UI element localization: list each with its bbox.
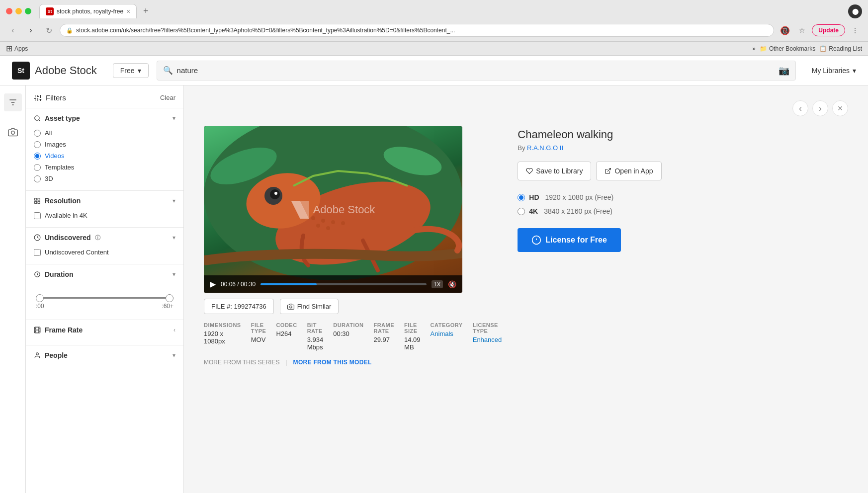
chevron-down-icon: ▾ bbox=[173, 197, 175, 204]
address-bar[interactable]: 🔒 stock.adobe.com/uk/search/free?filters… bbox=[60, 24, 774, 37]
libraries-label: My Libraries bbox=[812, 67, 850, 75]
reading-list[interactable]: 📋 Reading List bbox=[819, 45, 862, 52]
mute-btn[interactable]: 🔇 bbox=[448, 280, 456, 288]
hd-resolution-option[interactable]: HD 1920 x 1080 px (Free) bbox=[518, 190, 848, 204]
filters-icon[interactable] bbox=[4, 93, 22, 111]
file-id-value: 199274736 bbox=[234, 303, 266, 310]
other-bookmarks[interactable]: 📁 Other Bookmarks bbox=[760, 45, 815, 52]
search-input[interactable] bbox=[177, 66, 775, 75]
svg-point-35 bbox=[274, 192, 277, 195]
dropdown-label: Free bbox=[120, 67, 135, 75]
detail-nav: ‹ › × bbox=[204, 100, 848, 116]
filter-option-templates[interactable]: Templates bbox=[34, 162, 175, 173]
next-asset-btn[interactable]: › bbox=[812, 100, 828, 116]
svg-point-3 bbox=[11, 131, 14, 135]
chevron-down-icon: ▾ bbox=[173, 271, 175, 278]
chevron-down-icon: ▾ bbox=[173, 352, 175, 359]
close-detail-btn[interactable]: × bbox=[832, 100, 848, 116]
play-pause-btn[interactable]: ▶ bbox=[210, 279, 216, 289]
license-for-free-btn[interactable]: License for Free bbox=[518, 228, 621, 252]
profile-icon[interactable]: ⬤ bbox=[848, 4, 862, 18]
frame-rate-toggle[interactable]: Frame Rate ‹ bbox=[34, 326, 175, 334]
svg-line-14 bbox=[39, 120, 40, 121]
meta-bit-rate: BIT RATE 3.934 Mbps bbox=[307, 322, 324, 351]
detail-content: Adobe Stock ▶ 00:06 / 00:30 1X 🔇 bbox=[204, 126, 848, 366]
bookmarks-more[interactable]: » bbox=[752, 45, 756, 52]
slider-right-thumb[interactable] bbox=[166, 294, 174, 302]
maximize-window-btn[interactable] bbox=[25, 8, 31, 14]
license-type-value[interactable]: Enhanced bbox=[473, 336, 502, 343]
author-link[interactable]: R.A.N.G.O II bbox=[527, 144, 563, 152]
tab-close-btn[interactable]: × bbox=[126, 7, 130, 15]
slider-min-label: :00 bbox=[36, 303, 44, 310]
asset-type-section: Asset type ▾ All Images Videos Templates bbox=[26, 108, 183, 190]
filter-option-4k[interactable]: Available in 4K bbox=[34, 210, 175, 221]
category-value[interactable]: Animals bbox=[431, 330, 463, 337]
video-player[interactable]: Adobe Stock ▶ 00:06 / 00:30 1X 🔇 bbox=[204, 126, 462, 293]
codec-value: H264 bbox=[276, 330, 297, 337]
chevron-down-icon: ▾ bbox=[173, 234, 175, 241]
prev-asset-btn[interactable]: ‹ bbox=[792, 100, 808, 116]
save-label: Save to Library bbox=[536, 167, 583, 175]
svg-point-39 bbox=[341, 221, 345, 225]
close-window-btn[interactable] bbox=[6, 8, 12, 14]
dimensions-label: DIMENSIONS bbox=[204, 322, 241, 328]
apps-bookmark[interactable]: ⊞ Apps bbox=[6, 44, 28, 53]
file-id-btn[interactable]: FILE #: 199274736 bbox=[204, 299, 274, 314]
more-from-model-link[interactable]: MORE FROM THIS MODEL bbox=[293, 359, 372, 366]
camera-icon[interactable] bbox=[4, 123, 22, 141]
camera-search-icon[interactable]: 📷 bbox=[779, 65, 789, 76]
duration-slider: :00 :60+ bbox=[34, 283, 175, 314]
undiscovered-toggle[interactable]: Undiscovered ⓘ ▾ bbox=[34, 234, 175, 242]
bookmark-icon[interactable]: ☆ bbox=[795, 23, 809, 37]
resolution-options: HD 1920 x 1080 px (Free) 4K 3840 x 2160 … bbox=[518, 190, 848, 218]
back-btn[interactable]: ‹ bbox=[6, 23, 20, 37]
file-size-value: 14.09 MB bbox=[404, 336, 421, 351]
open-in-app-btn[interactable]: Open in App bbox=[596, 162, 661, 180]
filter-option-videos[interactable]: Videos bbox=[34, 150, 175, 162]
frame-rate-label: FRAME RATE bbox=[373, 322, 394, 334]
forward-btn[interactable]: › bbox=[24, 23, 38, 37]
browser-nav-actions: 📵 ☆ Update ⋮ bbox=[778, 23, 862, 37]
svg-line-45 bbox=[608, 168, 610, 171]
slider-left-thumb[interactable] bbox=[36, 294, 44, 302]
active-tab[interactable]: St stock photos, royalty-free × bbox=[39, 4, 137, 18]
video-progress-bar[interactable] bbox=[260, 283, 426, 285]
detail-panel: ‹ › × bbox=[184, 85, 868, 381]
filter-option-images[interactable]: Images bbox=[34, 139, 175, 150]
slider-max-label: :60+ bbox=[162, 303, 174, 310]
filters-panel: Filters Clear Asset type ▾ All Images bbox=[26, 85, 183, 493]
minimize-window-btn[interactable] bbox=[15, 8, 22, 14]
more-row: MORE FROM THIS SERIES | MORE FROM THIS M… bbox=[204, 359, 502, 366]
filter-option-all[interactable]: All bbox=[34, 127, 175, 139]
filters-header: Filters Clear bbox=[26, 93, 183, 108]
meta-duration: DURATION 00:30 bbox=[333, 322, 363, 351]
new-tab-btn[interactable]: + bbox=[139, 4, 153, 18]
update-button[interactable]: Update bbox=[812, 24, 845, 36]
traffic-lights bbox=[6, 8, 31, 14]
camera-icon bbox=[287, 303, 294, 310]
4k-resolution-option[interactable]: 4K 3840 x 2160 px (Free) bbox=[518, 204, 848, 218]
my-libraries-btn[interactable]: My Libraries ▾ bbox=[812, 67, 856, 75]
refresh-btn[interactable]: ↻ bbox=[42, 23, 56, 37]
resolution-section: Resolution ▾ Available in 4K bbox=[26, 190, 183, 227]
resolution-toggle[interactable]: Resolution ▾ bbox=[34, 197, 175, 205]
find-similar-btn[interactable]: Find Similar bbox=[280, 299, 339, 314]
tab-title: stock photos, royalty-free bbox=[57, 8, 123, 15]
duration-toggle[interactable]: Duration ▾ bbox=[34, 270, 175, 278]
people-toggle[interactable]: People ▾ bbox=[34, 351, 175, 359]
search-bar[interactable]: 🔍 📷 bbox=[157, 61, 796, 81]
video-controls: ▶ 00:06 / 00:30 1X 🔇 bbox=[204, 275, 462, 293]
content-type-dropdown[interactable]: Free ▾ bbox=[113, 63, 149, 78]
asset-type-toggle[interactable]: Asset type ▾ bbox=[34, 114, 175, 122]
clear-filters-btn[interactable]: Clear bbox=[160, 94, 175, 101]
find-similar-label: Find Similar bbox=[297, 303, 332, 310]
filter-option-3d[interactable]: 3D bbox=[34, 173, 175, 184]
cast-icon[interactable]: 📵 bbox=[778, 23, 792, 37]
menu-icon[interactable]: ⋮ bbox=[848, 23, 862, 37]
chevron-left-icon: ‹ bbox=[174, 327, 175, 333]
filter-option-undiscovered-content[interactable]: Undiscovered Content bbox=[34, 247, 175, 258]
meta-frame-rate: FRAME RATE 29.97 bbox=[373, 322, 394, 351]
speed-btn[interactable]: 1X bbox=[432, 280, 443, 288]
save-to-library-btn[interactable]: Save to Library bbox=[518, 162, 591, 180]
